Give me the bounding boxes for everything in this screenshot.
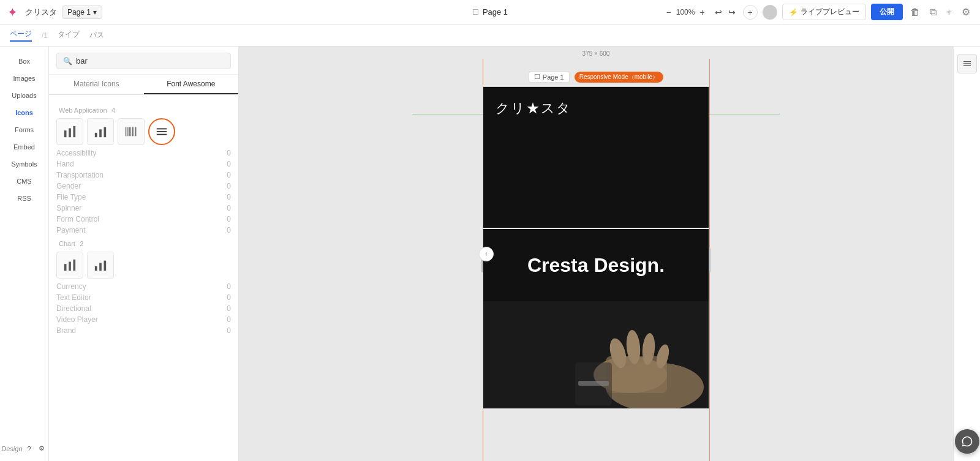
svg-rect-2 — [74, 126, 76, 137]
live-preview-button[interactable]: ⚡ ライブプレビュー — [782, 4, 866, 20]
cat-transportation: Transportation 0 — [56, 171, 231, 179]
nav-item-rss[interactable]: RSS — [3, 191, 46, 206]
app-title: クリスタ — [25, 7, 57, 18]
tab-material-icons[interactable]: Material Icons — [49, 75, 144, 94]
svg-rect-19 — [74, 260, 76, 271]
canvas-area: 375 × 600 ‹ ☐ Page 1 Responsive Mode（mob… — [239, 47, 953, 461]
mobile-logo-text: クリ★スタ — [496, 99, 571, 118]
icon-search-area: 🔍 — [49, 47, 238, 75]
icon-hamburger-menu[interactable] — [148, 118, 175, 145]
right-sidebar-bottom — [955, 429, 979, 461]
cat-brand: Brand 0 — [56, 326, 231, 335]
preview-icon: ⚡ — [789, 8, 798, 17]
mobile-page-icon: ☐ — [534, 73, 540, 81]
nav-item-images[interactable]: Images — [3, 71, 46, 86]
cat-directional: Directional 0 — [56, 304, 231, 313]
zoom-in-button[interactable]: + — [697, 6, 707, 18]
search-input[interactable] — [76, 56, 224, 66]
svg-rect-32 — [578, 381, 609, 386]
category-chart: Chart 2 — [56, 239, 231, 248]
icon-chart-bar-1[interactable] — [56, 252, 83, 279]
chart-icon-row — [56, 252, 231, 279]
search-box: 🔍 — [56, 53, 231, 69]
main-layout: Box Images Uploads Icons Forms Embed Sym… — [0, 47, 980, 461]
search-icon: 🔍 — [63, 57, 72, 66]
icon-barcode[interactable] — [118, 118, 145, 145]
page-selector-button[interactable]: Page 1 ▾ — [62, 6, 102, 19]
svg-rect-4 — [99, 129, 102, 137]
icon-bar-chart-2[interactable] — [87, 118, 114, 145]
collapse-panel-button[interactable]: ‹ — [479, 247, 494, 261]
delete-icon-button[interactable]: 🗑 — [908, 6, 922, 19]
design-help-button[interactable]: ? — [25, 444, 34, 454]
nav-item-box[interactable]: Box — [3, 54, 46, 69]
right-sidebar-menu-button[interactable] — [957, 54, 977, 73]
svg-rect-17 — [64, 264, 67, 271]
settings-icon-button[interactable]: ⚙ — [959, 5, 973, 19]
design-settings-button[interactable]: ⚙ — [36, 443, 47, 454]
cat-gender: Gender 0 — [56, 182, 231, 190]
nav-item-symbols[interactable]: Symbols — [3, 157, 46, 171]
page-center-title: Page 1 — [483, 7, 508, 17]
right-resize-handle[interactable] — [709, 59, 710, 461]
svg-rect-3 — [95, 133, 97, 137]
app-logo: ✦ — [7, 5, 18, 20]
cat-video-player: Video Player 0 — [56, 315, 231, 324]
icon-chart-bar-2[interactable] — [87, 252, 114, 279]
tab-type[interactable]: タイプ — [58, 29, 80, 41]
svg-rect-22 — [104, 261, 107, 271]
topbar-right-controls: − 100% + ↩ ↪ + ⚡ ライブプレビュー 公開 🗑 ⧉ + ⚙ — [664, 4, 973, 20]
mobile-page-title: Page 1 — [543, 73, 564, 81]
subbar: ページ /1 タイプ パス — [0, 24, 980, 47]
mobile-section-cresta: Cresta Design. — [483, 228, 709, 301]
page-number: /1 — [42, 31, 48, 40]
mobile-section-photo — [483, 301, 709, 408]
svg-rect-11 — [134, 127, 134, 137]
mobile-canvas: クリ★スタ Cresta Design. — [483, 86, 709, 409]
undo-button[interactable]: ↩ — [712, 6, 725, 18]
icon-bar-chart-1[interactable] — [56, 118, 83, 145]
page-icon: ☐ — [472, 8, 479, 17]
path-label: パス — [89, 30, 104, 40]
tab-font-awesome[interactable]: Font Awesome — [144, 75, 239, 94]
left-nav: Box Images Uploads Icons Forms Embed Sym… — [0, 47, 49, 461]
preview-label: ライブプレビュー — [801, 7, 859, 17]
cat-form-control: Form Control 0 — [56, 215, 231, 223]
nav-item-uploads[interactable]: Uploads — [3, 88, 46, 103]
cat-spinner: Spinner 0 — [56, 204, 231, 212]
mobile-frame-label: ☐ Page 1 Responsive Mode（mobile） — [529, 71, 663, 83]
svg-rect-7 — [127, 127, 128, 137]
nav-item-cms[interactable]: CMS — [3, 174, 46, 189]
design-label: Design ? ⚙ — [1, 443, 47, 454]
topbar: ✦ クリスタ Page 1 ▾ ☐ Page 1 − 100% + ↩ ↪ + … — [0, 0, 980, 24]
tab-page[interactable]: ページ — [10, 29, 32, 42]
cat-hand: Hand 0 — [56, 160, 231, 168]
cat-payment: Payment 0 — [56, 226, 231, 234]
cat-accessibility: Accessibility 0 — [56, 149, 231, 157]
web-app-icon-row — [56, 118, 231, 145]
svg-rect-8 — [129, 127, 130, 137]
copy-icon-button[interactable]: ⧉ — [927, 6, 939, 19]
page-selector-label: Page 1 — [67, 8, 91, 17]
zoom-value: 100% — [676, 8, 695, 17]
chat-support-button[interactable] — [955, 429, 979, 454]
mobile-cresta-text: Cresta Design. — [527, 254, 665, 277]
right-sidebar — [953, 47, 980, 461]
add-element-icon-button[interactable]: + — [944, 6, 954, 19]
zoom-control: − 100% + — [664, 6, 707, 18]
svg-rect-9 — [130, 127, 131, 137]
icon-panel-content: Web Application 4 Acc — [49, 95, 238, 461]
nav-item-forms[interactable]: Forms — [3, 122, 46, 137]
nav-item-embed[interactable]: Embed — [3, 140, 46, 154]
page-selector-chevron: ▾ — [93, 8, 97, 17]
redo-button[interactable]: ↪ — [726, 6, 738, 18]
mobile-page-name: ☐ Page 1 — [529, 71, 570, 83]
undo-redo-group: ↩ ↪ — [712, 6, 738, 18]
publish-button[interactable]: 公開 — [871, 4, 903, 20]
svg-rect-20 — [95, 266, 97, 271]
nav-item-icons[interactable]: Icons — [3, 105, 46, 120]
svg-rect-0 — [64, 130, 67, 137]
zoom-out-button[interactable]: − — [664, 6, 674, 18]
nav-bottom: Design ? ⚙ — [0, 443, 48, 461]
add-page-button[interactable]: + — [743, 5, 758, 20]
